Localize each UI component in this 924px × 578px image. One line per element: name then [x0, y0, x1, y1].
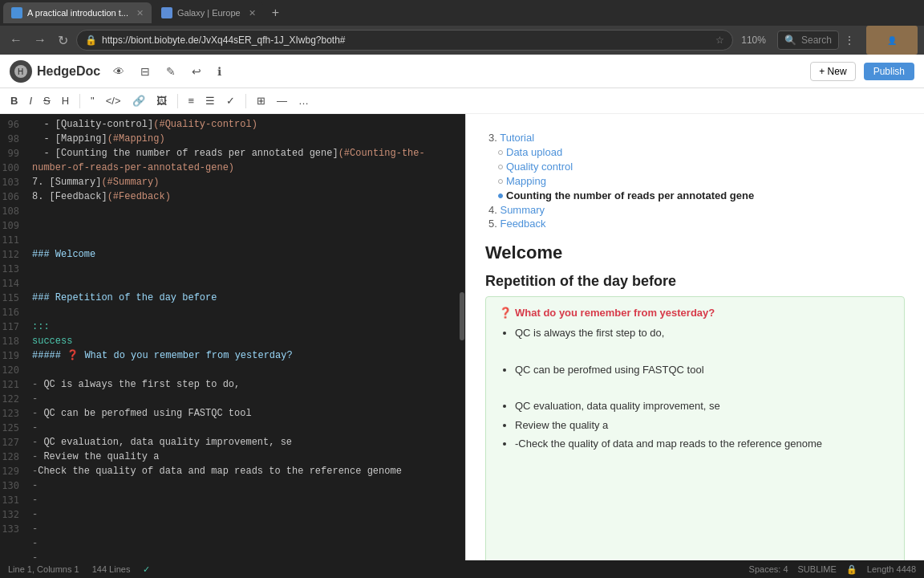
edit-icon[interactable]: ✎ — [161, 62, 180, 81]
scrollbar-thumb[interactable] — [460, 292, 464, 340]
new-button[interactable]: + New — [810, 62, 855, 81]
editor-line: 8. [Feedback](#Feedback) — [32, 189, 452, 204]
toc-link-tutorial[interactable]: Tutorial — [500, 132, 534, 144]
toolbar-sep-1 — [79, 94, 80, 108]
tab-2-label: Galaxy | Europe — [177, 8, 241, 18]
line-numbers: 96 98 99 100 103 106 108 109 111 112 113… — [0, 114, 26, 560]
tab-1[interactable]: A practical introduction t... ✕ — [3, 2, 152, 23]
editor-line — [32, 204, 452, 218]
success-label-1: ❓ What do you remember from yesterday? — [499, 307, 891, 319]
list-item — [515, 526, 891, 540]
ordered-list-button[interactable]: ☰ — [201, 92, 219, 109]
editor-line — [32, 276, 452, 291]
editor-scrollbar[interactable] — [459, 114, 465, 560]
browser-search-bar[interactable]: 🔍 Search — [777, 31, 839, 50]
editor-line: - — [32, 551, 452, 560]
tab-2[interactable]: Galaxy | Europe ✕ — [153, 2, 264, 23]
success-question-1: What do you remember from yesterday? — [515, 307, 715, 319]
code-button[interactable]: </> — [102, 92, 125, 109]
browser-chrome: A practical introduction t... ✕ Galaxy |… — [0, 0, 924, 55]
editor-line: ### Welcome — [32, 247, 452, 262]
publish-button[interactable]: Publish — [864, 63, 914, 80]
lock-icon: 🔒 — [85, 35, 97, 46]
list-item — [515, 473, 891, 487]
editor-line: - [Quality-control](#Quality-control) — [32, 117, 452, 132]
length-info: Length 4448 — [867, 564, 916, 575]
list-item: Review the quality a — [515, 417, 891, 434]
toc-subitem-counting: Counting the number of reads per annotat… — [485, 189, 905, 201]
toc-link-feedback[interactable]: Feedback — [500, 218, 545, 230]
checkbox-button[interactable]: ✓ — [222, 92, 239, 109]
editor-line: ::: — [32, 320, 452, 334]
back-button[interactable]: ← — [6, 30, 26, 51]
toc-subitem-mapping: Mapping — [485, 175, 905, 187]
address-bar[interactable]: 🔒 https://biont.biobyte.de/JvXq44sER_qfh… — [76, 30, 733, 51]
app-logo: H HedgeDoc — [10, 60, 100, 83]
editor-line: - [Counting the number of reads per anno… — [32, 146, 452, 161]
main-layout: 96 98 99 100 103 106 108 109 111 112 113… — [0, 114, 924, 560]
reload-button[interactable]: ↻ — [55, 30, 71, 51]
toc-link-mapping[interactable]: Mapping — [506, 175, 546, 187]
list-item — [515, 381, 891, 395]
toc-link-summary[interactable]: Summary — [500, 204, 545, 216]
editor-line: number-of-reads-per-annotated-gene) — [32, 161, 452, 175]
address-text: https://biont.biobyte.de/JvXq44sER_qfh-1… — [102, 35, 711, 46]
toolbar-sep-2 — [177, 94, 178, 108]
editor-line — [32, 363, 452, 377]
list-item — [515, 508, 891, 523]
hr-button[interactable]: — — [273, 92, 291, 109]
quote-button[interactable]: " — [87, 92, 99, 109]
toc-link-qc[interactable]: Quality control — [506, 161, 573, 173]
list-item — [515, 455, 891, 470]
repetition-heading: Repetition of the day before — [485, 273, 905, 290]
tab-1-label: A practical introduction t... — [27, 8, 128, 18]
toc-dot-upload — [498, 150, 503, 155]
editor-panel: 96 98 99 100 103 106 108 109 111 112 113… — [0, 114, 465, 560]
link-button[interactable]: 🔗 — [128, 92, 149, 109]
editor-line: - — [32, 493, 452, 507]
line-count: 144 Lines — [92, 564, 131, 574]
cursor-position: Line 1, Columns 1 — [8, 564, 79, 574]
editor-line: - — [32, 478, 452, 493]
toc-link-counting[interactable]: Counting the number of reads per annotat… — [506, 189, 754, 201]
spaces-info: Spaces: 4 — [749, 564, 788, 575]
tab-1-close[interactable]: ✕ — [136, 8, 144, 18]
strikethrough-button[interactable]: S — [39, 92, 55, 109]
status-right: Spaces: 4 SUBLIME 🔒 Length 4448 — [749, 564, 916, 575]
bookmark-icon: ☆ — [715, 35, 724, 46]
image-button[interactable]: 🖼 — [152, 92, 171, 109]
toc-item-5: 5. Feedback — [485, 218, 905, 230]
info-icon[interactable]: ℹ — [213, 62, 226, 81]
settings-icon[interactable]: ⋮ — [844, 34, 855, 47]
toc-link-upload[interactable]: Data upload — [506, 146, 562, 158]
bold-button[interactable]: B — [6, 92, 22, 109]
editor-content[interactable]: - [Quality-control](#Quality-control) - … — [26, 114, 459, 560]
toc-section: 3. Tutorial Data upload Quality control … — [485, 132, 905, 230]
eye-icon[interactable]: 👁 — [108, 62, 129, 81]
editor-line: - QC is always the first step to do, — [32, 377, 452, 392]
forward-button[interactable]: → — [30, 30, 50, 51]
editor-line — [32, 218, 452, 233]
header-tools: 👁 ⊟ ✎ ↩ ℹ — [108, 62, 226, 81]
new-tab-button[interactable]: + — [265, 6, 286, 20]
italic-button[interactable]: I — [25, 92, 36, 109]
browser-nav-right: ⋮ — [844, 34, 855, 47]
bullet-list-1: QC is always the first step to do, QC ca… — [499, 325, 891, 558]
list-item — [515, 344, 891, 359]
unordered-list-button[interactable]: ≡ — [184, 92, 199, 109]
editor-line: - — [32, 507, 452, 522]
lock-icon: 🔒 — [846, 564, 857, 575]
editor-line: - QC evaluation, data quality improvemen… — [32, 435, 452, 450]
undo-icon[interactable]: ↩ — [187, 62, 206, 81]
heading-button[interactable]: H — [58, 92, 73, 109]
tab-2-close[interactable]: ✕ — [249, 8, 256, 18]
editor-line: -Check the quality of data and map reads… — [32, 464, 452, 478]
toc-subitem-qc: Quality control — [485, 161, 905, 173]
toc-item-3: 3. Tutorial — [485, 132, 905, 144]
more-button[interactable]: … — [294, 92, 313, 109]
editor-line — [32, 233, 452, 247]
preview-panel: 3. Tutorial Data upload Quality control … — [465, 114, 924, 560]
columns-icon[interactable]: ⊟ — [136, 62, 155, 81]
status-check-icon: ✓ — [143, 564, 150, 575]
table-button[interactable]: ⊞ — [253, 92, 270, 109]
